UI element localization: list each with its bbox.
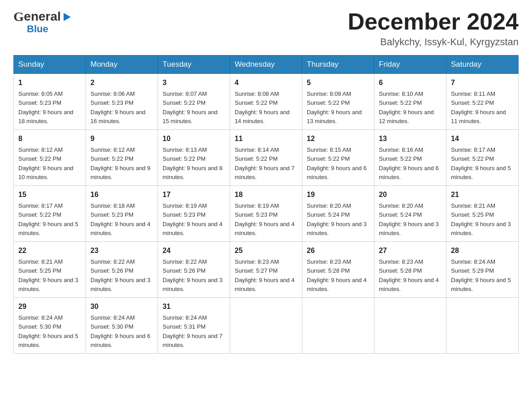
daylight-info: Daylight: 9 hours and 16 minutes. xyxy=(90,109,146,124)
day-number: 27 xyxy=(379,245,442,256)
daylight-info: Daylight: 9 hours and 5 minutes. xyxy=(451,277,511,292)
day-number: 31 xyxy=(163,301,225,312)
sunrise-info: Sunrise: 8:22 AM xyxy=(90,258,135,265)
daylight-info: Daylight: 9 hours and 6 minutes. xyxy=(90,333,150,348)
sunrise-info: Sunrise: 8:22 AM xyxy=(163,258,207,265)
day-number: 28 xyxy=(451,245,514,256)
day-cell: 24 Sunrise: 8:22 AM Sunset: 5:26 PM Dayl… xyxy=(158,242,230,298)
day-cell: 25 Sunrise: 8:23 AM Sunset: 5:27 PM Dayl… xyxy=(230,242,302,298)
day-cell: 22 Sunrise: 8:21 AM Sunset: 5:25 PM Dayl… xyxy=(14,242,86,298)
daylight-info: Daylight: 9 hours and 4 minutes. xyxy=(235,277,295,292)
day-number: 14 xyxy=(451,133,514,144)
sunset-info: Sunset: 5:22 PM xyxy=(307,99,350,106)
day-of-week-header: Wednesday xyxy=(230,56,302,74)
sunset-info: Sunset: 5:22 PM xyxy=(163,99,206,106)
day-cell: 2 Sunrise: 8:06 AM Sunset: 5:23 PM Dayli… xyxy=(86,74,158,130)
day-number: 6 xyxy=(379,77,442,88)
day-cell: 21 Sunrise: 8:21 AM Sunset: 5:25 PM Dayl… xyxy=(446,186,519,242)
sunset-info: Sunset: 5:30 PM xyxy=(90,323,133,330)
empty-day-cell xyxy=(230,298,302,354)
day-number: 7 xyxy=(451,77,514,88)
sunset-info: Sunset: 5:22 PM xyxy=(379,99,422,106)
sunrise-info: Sunrise: 8:11 AM xyxy=(451,90,495,97)
daylight-info: Daylight: 9 hours and 6 minutes. xyxy=(379,165,439,180)
day-cell: 12 Sunrise: 8:15 AM Sunset: 5:22 PM Dayl… xyxy=(302,130,374,186)
sunrise-info: Sunrise: 8:14 AM xyxy=(235,146,279,153)
day-of-week-header: Thursday xyxy=(302,56,374,74)
sunset-info: Sunset: 5:22 PM xyxy=(235,99,278,106)
day-cell: 27 Sunrise: 8:23 AM Sunset: 5:28 PM Dayl… xyxy=(374,242,446,298)
daylight-info: Daylight: 9 hours and 4 minutes. xyxy=(90,221,150,236)
sunrise-info: Sunrise: 8:20 AM xyxy=(307,202,351,209)
daylight-info: Daylight: 9 hours and 3 minutes. xyxy=(18,277,78,292)
sunset-info: Sunset: 5:22 PM xyxy=(235,155,278,162)
title-block: December 2024 Balykchy, Issyk-Kul, Kyrgy… xyxy=(348,9,519,48)
daylight-info: Daylight: 9 hours and 11 minutes. xyxy=(451,109,506,124)
sunrise-info: Sunrise: 8:21 AM xyxy=(18,258,63,265)
sunrise-info: Sunrise: 8:07 AM xyxy=(163,90,207,97)
day-cell: 18 Sunrise: 8:19 AM Sunset: 5:23 PM Dayl… xyxy=(230,186,302,242)
day-number: 3 xyxy=(163,77,225,88)
day-of-week-header: Monday xyxy=(86,56,158,74)
daylight-info: Daylight: 9 hours and 5 minutes. xyxy=(18,221,78,236)
day-number: 19 xyxy=(307,189,369,200)
day-of-week-header: Sunday xyxy=(14,56,86,74)
empty-day-cell xyxy=(446,298,519,354)
sunset-info: Sunset: 5:22 PM xyxy=(451,155,494,162)
sunrise-info: Sunrise: 8:17 AM xyxy=(451,146,495,153)
day-number: 20 xyxy=(379,189,442,200)
daylight-info: Daylight: 9 hours and 4 minutes. xyxy=(163,221,223,236)
empty-day-cell xyxy=(374,298,446,354)
day-cell: 15 Sunrise: 8:17 AM Sunset: 5:22 PM Dayl… xyxy=(14,186,86,242)
sunset-info: Sunset: 5:27 PM xyxy=(235,267,278,274)
sunset-info: Sunset: 5:28 PM xyxy=(379,267,422,274)
day-number: 23 xyxy=(90,245,153,256)
daylight-info: Daylight: 9 hours and 10 minutes. xyxy=(18,165,73,180)
page-title: December 2024 xyxy=(348,9,519,34)
daylight-info: Daylight: 9 hours and 6 minutes. xyxy=(307,165,367,180)
day-number: 25 xyxy=(235,245,297,256)
daylight-info: Daylight: 9 hours and 9 minutes. xyxy=(90,165,150,180)
sunrise-info: Sunrise: 8:24 AM xyxy=(90,314,135,321)
sunset-info: Sunset: 5:23 PM xyxy=(235,211,278,218)
sunrise-info: Sunrise: 8:12 AM xyxy=(18,146,63,153)
sunrise-info: Sunrise: 8:24 AM xyxy=(18,314,63,321)
calendar-week-row: 1 Sunrise: 8:05 AM Sunset: 5:23 PM Dayli… xyxy=(14,74,519,130)
day-number: 1 xyxy=(18,77,81,88)
day-number: 29 xyxy=(18,301,81,312)
sunrise-info: Sunrise: 8:10 AM xyxy=(379,90,423,97)
calendar-week-row: 8 Sunrise: 8:12 AM Sunset: 5:22 PM Dayli… xyxy=(14,130,519,186)
sunset-info: Sunset: 5:22 PM xyxy=(18,211,61,218)
sunset-info: Sunset: 5:22 PM xyxy=(90,155,133,162)
sunset-info: Sunset: 5:24 PM xyxy=(307,211,350,218)
page-subtitle: Balykchy, Issyk-Kul, Kyrgyzstan xyxy=(348,36,519,48)
sunset-info: Sunset: 5:25 PM xyxy=(18,267,61,274)
sunrise-info: Sunrise: 8:05 AM xyxy=(18,90,63,97)
sunset-info: Sunset: 5:29 PM xyxy=(451,267,494,274)
day-cell: 10 Sunrise: 8:13 AM Sunset: 5:22 PM Dayl… xyxy=(158,130,230,186)
sunrise-info: Sunrise: 8:06 AM xyxy=(90,90,135,97)
sunset-info: Sunset: 5:23 PM xyxy=(18,99,61,106)
sunrise-info: Sunrise: 8:13 AM xyxy=(163,146,207,153)
day-cell: 4 Sunrise: 8:08 AM Sunset: 5:22 PM Dayli… xyxy=(230,74,302,130)
sunset-info: Sunset: 5:25 PM xyxy=(451,211,494,218)
daylight-info: Daylight: 9 hours and 5 minutes. xyxy=(18,333,78,348)
daylight-info: Daylight: 9 hours and 8 minutes. xyxy=(163,165,223,180)
daylight-info: Daylight: 9 hours and 4 minutes. xyxy=(379,277,439,292)
daylight-info: Daylight: 9 hours and 14 minutes. xyxy=(235,109,290,124)
calendar-week-row: 22 Sunrise: 8:21 AM Sunset: 5:25 PM Dayl… xyxy=(14,242,519,298)
sunset-info: Sunset: 5:23 PM xyxy=(163,211,206,218)
day-number: 5 xyxy=(307,77,369,88)
sunrise-info: Sunrise: 8:24 AM xyxy=(451,258,495,265)
day-cell: 23 Sunrise: 8:22 AM Sunset: 5:26 PM Dayl… xyxy=(86,242,158,298)
logo-blue-text: Blue xyxy=(13,23,72,35)
day-number: 4 xyxy=(235,77,297,88)
sunset-info: Sunset: 5:22 PM xyxy=(163,155,206,162)
sunrise-info: Sunrise: 8:23 AM xyxy=(307,258,351,265)
day-cell: 20 Sunrise: 8:20 AM Sunset: 5:24 PM Dayl… xyxy=(374,186,446,242)
day-number: 30 xyxy=(90,301,153,312)
sunset-info: Sunset: 5:22 PM xyxy=(18,155,61,162)
page-header: G eneral Blue December 2024 Balykchy, Is… xyxy=(13,9,519,48)
day-number: 17 xyxy=(163,189,225,200)
daylight-info: Daylight: 9 hours and 13 minutes. xyxy=(307,109,362,124)
